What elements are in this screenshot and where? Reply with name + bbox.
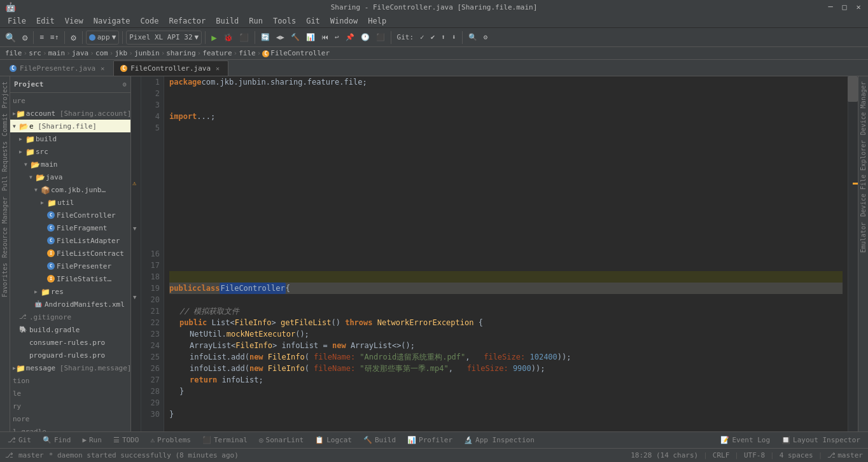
tree-item-account[interactable]: ▶ 📁 account [Sharing.account]	[10, 107, 130, 120]
git-btn-arrow-up[interactable]: ⬆	[438, 30, 448, 45]
tree-item-res[interactable]: ▶ 📁 res	[10, 285, 130, 298]
breadcrumb-src[interactable]: src	[29, 49, 41, 57]
toolbar-btn-13[interactable]: 🕐	[358, 30, 372, 45]
breadcrumb-feature[interactable]: feature	[202, 49, 232, 57]
breadcrumb-filecontroller[interactable]: CFileController	[262, 49, 330, 57]
menu-file[interactable]: File	[3, 14, 31, 28]
bottom-tab-profiler[interactable]: 📊 Profiler	[402, 433, 458, 447]
git-btn-arrow-down[interactable]: ⬇	[449, 30, 459, 45]
menu-edit[interactable]: Edit	[31, 14, 60, 28]
tab-close-filecontroller[interactable]: ✕	[214, 65, 221, 73]
run-button[interactable]: ▶	[209, 30, 219, 45]
tab-filecontroller[interactable]: C FileController.java ✕	[113, 60, 228, 76]
toolbar-btn-9[interactable]: 📊	[304, 30, 318, 45]
breadcrumb-file[interactable]: file	[5, 49, 22, 57]
left-panel-favorites[interactable]: Favorites	[0, 260, 10, 300]
debug-button[interactable]: 🐞	[221, 30, 235, 45]
close-button[interactable]: ✕	[854, 3, 863, 11]
tree-item-filecontroller[interactable]: C FileController	[10, 209, 130, 221]
tree-item-tion[interactable]: tion	[10, 374, 130, 387]
right-panel-device-manager[interactable]: Device Manager	[858, 79, 868, 137]
status-encoding[interactable]: CRLF	[713, 451, 730, 459]
bottom-tab-eventlog[interactable]: 📝 Event Log	[715, 433, 775, 447]
tree-item-src[interactable]: ▶ 📁 src	[10, 145, 130, 158]
tree-item-util[interactable]: ▶ 📁 util	[10, 196, 130, 209]
menu-window[interactable]: Window	[325, 14, 363, 28]
run-config-dropdown[interactable]: app ▼	[86, 31, 120, 45]
breadcrumb-jkb[interactable]: jkb	[115, 49, 127, 57]
tree-item-ifilestatistics[interactable]: I IFileStatisticsImp...	[10, 272, 130, 285]
maximize-button[interactable]: □	[840, 3, 849, 11]
toolbar-btn-14[interactable]: ⬛	[374, 30, 388, 45]
tree-item-filepresenter[interactable]: C FilePresenter	[10, 260, 130, 272]
toolbar-btn-12[interactable]: 📌	[343, 30, 357, 45]
tree-item-nore[interactable]: nore	[10, 412, 130, 425]
git-btn-check[interactable]: ✓	[417, 30, 427, 45]
toolbar-btn-11[interactable]: ↩	[332, 30, 342, 45]
toolbar-btn-sync[interactable]: 🔄	[258, 30, 272, 45]
toolbar-btn-settings[interactable]: ⚙	[481, 30, 491, 45]
bottom-tab-todo[interactable]: ☰ TODO	[108, 433, 144, 447]
bottom-tab-logcat[interactable]: 📋 Logcat	[310, 433, 357, 447]
left-panel-commit[interactable]: Commit	[0, 111, 10, 139]
bottom-tab-sonarlint[interactable]: ◎ SonarLint	[254, 433, 309, 447]
bottom-tab-build[interactable]: 🔨 Build	[358, 433, 401, 447]
tree-item-buildgradle[interactable]: 🐘 build.gradle	[10, 323, 130, 336]
right-panel-emulator[interactable]: Emulator	[858, 220, 868, 255]
left-panel-pull[interactable]: Pull Requests	[0, 139, 10, 193]
breadcrumb-main[interactable]: main	[48, 49, 66, 57]
menu-view[interactable]: View	[60, 14, 88, 28]
tree-item-consumerrules[interactable]: consumer-rules.pro	[10, 336, 130, 349]
tree-item-androidmanifest[interactable]: 🤖 AndroidManifest.xml	[10, 298, 130, 311]
bottom-tab-find[interactable]: 🔍 Find	[38, 433, 76, 447]
tree-item-main[interactable]: ▼ 📂 main	[10, 158, 130, 171]
toolbar-btn-3[interactable]: ≡	[37, 30, 46, 45]
breadcrumb-com[interactable]: com	[95, 49, 108, 57]
toolbar-btn-8[interactable]: 🔨	[288, 30, 302, 45]
menu-help[interactable]: Help	[363, 14, 391, 28]
status-branch-right[interactable]: ⎇ master	[827, 451, 863, 459]
bottom-tab-run[interactable]: ▶ Run	[77, 433, 107, 447]
bottom-tab-appinspection[interactable]: 🔬 App Inspection	[459, 433, 540, 447]
tree-item-proguardrules[interactable]: proguard-rules.pro	[10, 349, 130, 361]
code-content[interactable]: package com.jkb.junbin.sharing.feature.f…	[164, 76, 848, 431]
toolbar-btn-5[interactable]: ⚙	[68, 30, 78, 45]
bottom-tab-terminal[interactable]: ⬛ Terminal	[197, 433, 253, 447]
tab-close-filepresenter[interactable]: ✕	[99, 65, 106, 73]
project-panel-gear[interactable]: ⚙	[123, 81, 127, 88]
tree-item-sharing-file[interactable]: ▼ 📂 e [Sharing.file]	[10, 120, 130, 132]
status-charset[interactable]: UTF-8	[744, 451, 765, 459]
tab-filepresenter[interactable]: C FilePresenter.java ✕	[3, 60, 113, 76]
tree-item-java[interactable]: ▼ 📂 java	[10, 171, 130, 183]
tree-item-package[interactable]: ▼ 📦 com.jkb.junbin.shari...	[10, 183, 130, 196]
status-indent[interactable]: 4 spaces	[780, 451, 813, 459]
bottom-tab-problems[interactable]: ⚠ Problems	[145, 433, 196, 447]
stop-button[interactable]: ⬛	[237, 30, 251, 45]
right-panel-device-file[interactable]: Device File Explorer	[858, 137, 868, 219]
tree-item-ure[interactable]: ure	[10, 94, 130, 107]
tree-item-filelistcontract[interactable]: I FileListContract	[10, 247, 130, 260]
scroll-thumb[interactable]	[848, 76, 858, 102]
menu-tools[interactable]: Tools	[268, 14, 301, 28]
menu-run[interactable]: Run	[244, 14, 268, 28]
fold-arrow-line27[interactable]: ▼	[133, 294, 136, 300]
breadcrumb-file2[interactable]: file	[239, 49, 256, 57]
menu-navigate[interactable]: Navigate	[88, 14, 136, 28]
tree-item-filelistadapter[interactable]: C FileListAdapter	[10, 234, 130, 247]
left-panel-project[interactable]: Project	[0, 79, 10, 111]
bottom-tab-layoutinspector[interactable]: 🔲 Layout Inspector	[776, 433, 865, 447]
git-btn-check2[interactable]: ✔	[428, 30, 438, 45]
toolbar-btn-gear[interactable]: ⚙	[20, 30, 30, 45]
breadcrumb-java[interactable]: java	[72, 49, 89, 57]
minimize-button[interactable]: ─	[826, 3, 835, 11]
toolbar-btn-10[interactable]: ⏮	[319, 30, 331, 45]
toolbar-btn-7[interactable]: ◀▶	[274, 30, 287, 45]
tree-item-le[interactable]: le	[10, 387, 130, 400]
tree-item-lgradle[interactable]: l.gradle	[10, 425, 130, 431]
fold-arrow-line21[interactable]: ▼	[133, 225, 136, 232]
toolbar-btn-4[interactable]: ≡↑	[48, 30, 61, 45]
toolbar-btn-search2[interactable]: 🔍	[466, 30, 480, 45]
bottom-tab-git[interactable]: ⎇ Git	[3, 433, 36, 447]
menu-git[interactable]: Git	[301, 14, 325, 28]
breadcrumb-junbin[interactable]: junbin	[134, 49, 160, 57]
